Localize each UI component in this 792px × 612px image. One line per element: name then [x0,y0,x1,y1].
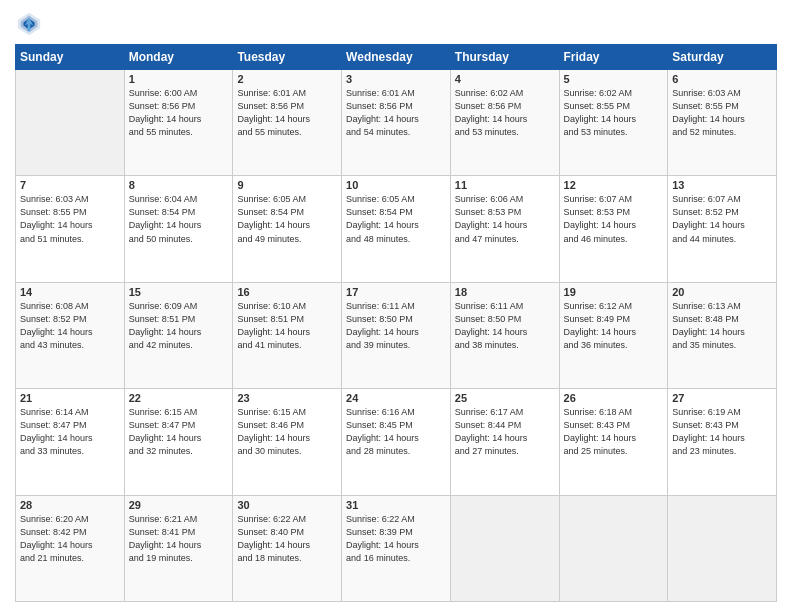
day-cell [559,495,668,601]
day-cell: 24Sunrise: 6:16 AM Sunset: 8:45 PM Dayli… [342,389,451,495]
day-info: Sunrise: 6:18 AM Sunset: 8:43 PM Dayligh… [564,406,664,458]
day-cell: 16Sunrise: 6:10 AM Sunset: 8:51 PM Dayli… [233,282,342,388]
day-info: Sunrise: 6:13 AM Sunset: 8:48 PM Dayligh… [672,300,772,352]
day-info: Sunrise: 6:14 AM Sunset: 8:47 PM Dayligh… [20,406,120,458]
day-number: 22 [129,392,229,404]
day-cell: 27Sunrise: 6:19 AM Sunset: 8:43 PM Dayli… [668,389,777,495]
day-info: Sunrise: 6:08 AM Sunset: 8:52 PM Dayligh… [20,300,120,352]
day-number: 28 [20,499,120,511]
day-info: Sunrise: 6:15 AM Sunset: 8:47 PM Dayligh… [129,406,229,458]
day-info: Sunrise: 6:02 AM Sunset: 8:55 PM Dayligh… [564,87,664,139]
day-info: Sunrise: 6:02 AM Sunset: 8:56 PM Dayligh… [455,87,555,139]
page: SundayMondayTuesdayWednesdayThursdayFrid… [0,0,792,612]
day-cell: 9Sunrise: 6:05 AM Sunset: 8:54 PM Daylig… [233,176,342,282]
day-info: Sunrise: 6:01 AM Sunset: 8:56 PM Dayligh… [346,87,446,139]
day-cell: 12Sunrise: 6:07 AM Sunset: 8:53 PM Dayli… [559,176,668,282]
day-cell: 14Sunrise: 6:08 AM Sunset: 8:52 PM Dayli… [16,282,125,388]
day-cell: 6Sunrise: 6:03 AM Sunset: 8:55 PM Daylig… [668,70,777,176]
day-info: Sunrise: 6:05 AM Sunset: 8:54 PM Dayligh… [237,193,337,245]
day-number: 6 [672,73,772,85]
day-info: Sunrise: 6:21 AM Sunset: 8:41 PM Dayligh… [129,513,229,565]
day-cell: 3Sunrise: 6:01 AM Sunset: 8:56 PM Daylig… [342,70,451,176]
day-info: Sunrise: 6:05 AM Sunset: 8:54 PM Dayligh… [346,193,446,245]
header-cell-wednesday: Wednesday [342,45,451,70]
header-cell-sunday: Sunday [16,45,125,70]
day-number: 9 [237,179,337,191]
day-cell: 28Sunrise: 6:20 AM Sunset: 8:42 PM Dayli… [16,495,125,601]
day-number: 25 [455,392,555,404]
day-cell: 20Sunrise: 6:13 AM Sunset: 8:48 PM Dayli… [668,282,777,388]
day-number: 17 [346,286,446,298]
calendar-table: SundayMondayTuesdayWednesdayThursdayFrid… [15,44,777,602]
day-cell: 25Sunrise: 6:17 AM Sunset: 8:44 PM Dayli… [450,389,559,495]
day-cell: 13Sunrise: 6:07 AM Sunset: 8:52 PM Dayli… [668,176,777,282]
day-cell: 26Sunrise: 6:18 AM Sunset: 8:43 PM Dayli… [559,389,668,495]
day-number: 27 [672,392,772,404]
day-number: 5 [564,73,664,85]
day-cell: 4Sunrise: 6:02 AM Sunset: 8:56 PM Daylig… [450,70,559,176]
day-cell: 18Sunrise: 6:11 AM Sunset: 8:50 PM Dayli… [450,282,559,388]
day-info: Sunrise: 6:10 AM Sunset: 8:51 PM Dayligh… [237,300,337,352]
day-info: Sunrise: 6:20 AM Sunset: 8:42 PM Dayligh… [20,513,120,565]
day-cell [16,70,125,176]
week-row-1: 1Sunrise: 6:00 AM Sunset: 8:56 PM Daylig… [16,70,777,176]
header-cell-saturday: Saturday [668,45,777,70]
day-number: 30 [237,499,337,511]
day-number: 14 [20,286,120,298]
day-info: Sunrise: 6:03 AM Sunset: 8:55 PM Dayligh… [672,87,772,139]
day-info: Sunrise: 6:19 AM Sunset: 8:43 PM Dayligh… [672,406,772,458]
day-cell: 15Sunrise: 6:09 AM Sunset: 8:51 PM Dayli… [124,282,233,388]
day-cell [668,495,777,601]
day-number: 20 [672,286,772,298]
day-number: 11 [455,179,555,191]
header-cell-tuesday: Tuesday [233,45,342,70]
day-info: Sunrise: 6:07 AM Sunset: 8:52 PM Dayligh… [672,193,772,245]
day-info: Sunrise: 6:07 AM Sunset: 8:53 PM Dayligh… [564,193,664,245]
day-info: Sunrise: 6:03 AM Sunset: 8:55 PM Dayligh… [20,193,120,245]
day-cell: 2Sunrise: 6:01 AM Sunset: 8:56 PM Daylig… [233,70,342,176]
day-number: 19 [564,286,664,298]
day-cell: 22Sunrise: 6:15 AM Sunset: 8:47 PM Dayli… [124,389,233,495]
day-number: 15 [129,286,229,298]
day-number: 18 [455,286,555,298]
day-number: 16 [237,286,337,298]
day-info: Sunrise: 6:11 AM Sunset: 8:50 PM Dayligh… [455,300,555,352]
day-cell: 7Sunrise: 6:03 AM Sunset: 8:55 PM Daylig… [16,176,125,282]
day-cell: 10Sunrise: 6:05 AM Sunset: 8:54 PM Dayli… [342,176,451,282]
day-cell: 30Sunrise: 6:22 AM Sunset: 8:40 PM Dayli… [233,495,342,601]
week-row-5: 28Sunrise: 6:20 AM Sunset: 8:42 PM Dayli… [16,495,777,601]
header-cell-thursday: Thursday [450,45,559,70]
week-row-3: 14Sunrise: 6:08 AM Sunset: 8:52 PM Dayli… [16,282,777,388]
header-cell-monday: Monday [124,45,233,70]
day-cell: 21Sunrise: 6:14 AM Sunset: 8:47 PM Dayli… [16,389,125,495]
day-number: 1 [129,73,229,85]
logo [15,10,47,38]
day-info: Sunrise: 6:22 AM Sunset: 8:40 PM Dayligh… [237,513,337,565]
week-row-4: 21Sunrise: 6:14 AM Sunset: 8:47 PM Dayli… [16,389,777,495]
day-cell: 31Sunrise: 6:22 AM Sunset: 8:39 PM Dayli… [342,495,451,601]
day-number: 10 [346,179,446,191]
day-number: 3 [346,73,446,85]
day-info: Sunrise: 6:22 AM Sunset: 8:39 PM Dayligh… [346,513,446,565]
day-number: 2 [237,73,337,85]
day-cell: 1Sunrise: 6:00 AM Sunset: 8:56 PM Daylig… [124,70,233,176]
day-info: Sunrise: 6:12 AM Sunset: 8:49 PM Dayligh… [564,300,664,352]
day-cell [450,495,559,601]
day-cell: 11Sunrise: 6:06 AM Sunset: 8:53 PM Dayli… [450,176,559,282]
day-number: 7 [20,179,120,191]
day-cell: 5Sunrise: 6:02 AM Sunset: 8:55 PM Daylig… [559,70,668,176]
day-info: Sunrise: 6:00 AM Sunset: 8:56 PM Dayligh… [129,87,229,139]
header-cell-friday: Friday [559,45,668,70]
header [15,10,777,38]
day-info: Sunrise: 6:09 AM Sunset: 8:51 PM Dayligh… [129,300,229,352]
day-number: 31 [346,499,446,511]
day-number: 21 [20,392,120,404]
header-row: SundayMondayTuesdayWednesdayThursdayFrid… [16,45,777,70]
day-info: Sunrise: 6:15 AM Sunset: 8:46 PM Dayligh… [237,406,337,458]
day-info: Sunrise: 6:11 AM Sunset: 8:50 PM Dayligh… [346,300,446,352]
day-number: 12 [564,179,664,191]
day-info: Sunrise: 6:06 AM Sunset: 8:53 PM Dayligh… [455,193,555,245]
day-number: 23 [237,392,337,404]
day-number: 24 [346,392,446,404]
day-cell: 8Sunrise: 6:04 AM Sunset: 8:54 PM Daylig… [124,176,233,282]
